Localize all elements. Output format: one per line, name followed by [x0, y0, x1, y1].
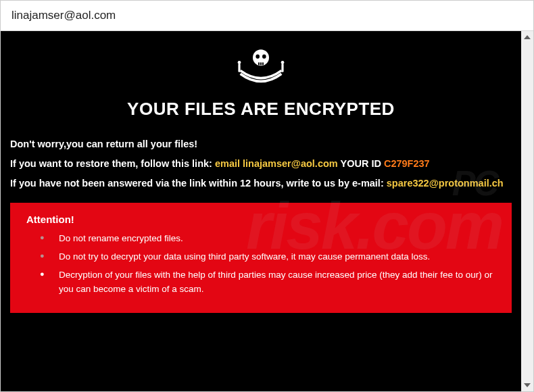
svg-rect-7	[281, 64, 283, 72]
attention-list: Do not rename encrypted files. Do not tr…	[26, 232, 498, 297]
attention-item: Decryption of your files with the help o…	[40, 268, 498, 297]
line3-prefix: If you have not been answered via the li…	[10, 178, 387, 189]
scrollbar-up-arrow-icon[interactable]	[521, 31, 533, 43]
main-heading: YOUR FILES ARE ENCRYPTED	[10, 99, 512, 120]
line2-prefix: If you want to restore them, follow this…	[10, 158, 215, 169]
svg-rect-4	[260, 62, 262, 65]
attention-item: Do not try to decrypt your data using th…	[40, 250, 498, 264]
svg-rect-3	[258, 62, 260, 65]
info-line-2: If you want to restore them, follow this…	[10, 157, 512, 172]
info-line-1: Don't worry,you can return all your file…	[10, 137, 512, 152]
svg-rect-5	[262, 62, 264, 65]
primary-email: email linajamser@aol.com	[215, 158, 338, 169]
vertical-scrollbar[interactable]	[521, 31, 533, 391]
svg-point-8	[238, 61, 241, 64]
content-wrapper: PC risk.com	[1, 31, 533, 391]
svg-point-9	[281, 61, 285, 64]
svg-point-1	[256, 54, 260, 58]
victim-id: C279F237	[384, 158, 430, 169]
yourid-label: YOUR ID	[338, 158, 384, 169]
attention-box: Attention! Do not rename encrypted files…	[10, 203, 512, 313]
svg-rect-6	[238, 64, 240, 72]
secondary-email: spare322@protonmail.ch	[387, 178, 504, 189]
svg-point-2	[262, 54, 266, 58]
info-line-3: If you have not been answered via the li…	[10, 176, 512, 191]
attention-title: Attention!	[26, 214, 498, 225]
window: linajamser@aol.com PC risk.com	[1, 1, 533, 391]
scrollbar-down-arrow-icon[interactable]	[521, 379, 533, 391]
window-titlebar: linajamser@aol.com	[1, 1, 533, 31]
attention-item: Do not rename encrypted files.	[40, 232, 498, 246]
ransom-note-content: PC risk.com	[1, 31, 521, 391]
pirate-icon	[10, 45, 512, 96]
window-title: linajamser@aol.com	[11, 9, 116, 22]
